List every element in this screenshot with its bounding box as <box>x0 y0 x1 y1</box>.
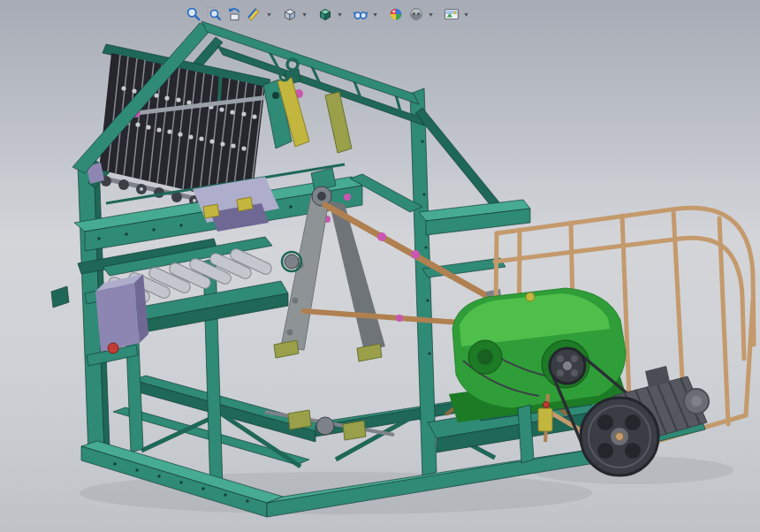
previous-view-button[interactable] <box>224 4 244 24</box>
appearance-ball-icon <box>388 6 404 22</box>
view-orientation-button[interactable] <box>280 4 300 24</box>
section-view-icon <box>247 6 262 22</box>
zoom-to-fit-icon <box>186 6 201 22</box>
view-orientation-dropdown[interactable]: ▾ <box>300 4 308 24</box>
display-style-dropdown[interactable]: ▾ <box>336 4 344 24</box>
crank-disc <box>316 417 334 435</box>
previous-view-icon <box>226 6 242 22</box>
heads-up-toolbar: ▾ ▾ ▾ <box>184 4 470 25</box>
view-settings-dropdown[interactable]: ▾ <box>462 4 470 24</box>
view-settings-icon <box>444 6 460 22</box>
hide-show-items-dropdown[interactable]: ▾ <box>371 4 379 24</box>
machine-model <box>0 0 760 532</box>
zoom-to-area-icon <box>206 6 222 22</box>
section-view-dropdown[interactable]: ▾ <box>265 4 273 24</box>
red-handwheel <box>108 343 118 353</box>
eye-glasses-icon <box>353 6 369 22</box>
damper-body <box>538 408 552 431</box>
zoom-to-area-button[interactable] <box>204 4 224 24</box>
conveyor-drive-box <box>95 283 140 352</box>
section-view-button[interactable] <box>245 4 264 24</box>
pillow-block <box>288 410 311 429</box>
view-settings-button[interactable] <box>442 4 461 24</box>
mid-pivot <box>285 255 299 269</box>
apply-scene-button[interactable] <box>407 4 426 24</box>
display-style-icon <box>317 6 333 22</box>
hide-show-items-button[interactable] <box>351 4 370 24</box>
apply-scene-dropdown[interactable]: ▾ <box>427 4 435 24</box>
a-frame-left-leg <box>281 196 329 350</box>
left-tab-bracket <box>51 286 69 308</box>
display-style-button[interactable] <box>315 4 335 24</box>
scene-sphere-icon <box>408 6 424 22</box>
conveyor <box>95 237 288 353</box>
view-cube-icon <box>282 6 298 22</box>
pillow-block <box>343 421 366 440</box>
olive-arm <box>325 92 352 153</box>
edit-appearance-button[interactable] <box>386 4 406 24</box>
cad-viewport[interactable]: ▾ ▾ ▾ <box>0 0 760 532</box>
zoom-to-fit-button[interactable] <box>184 4 203 24</box>
fill-cap <box>526 293 535 301</box>
